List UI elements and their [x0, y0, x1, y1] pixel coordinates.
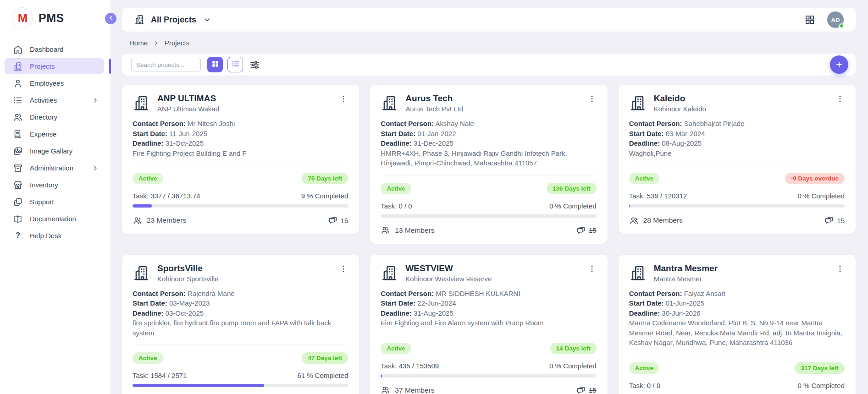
add-project-button[interactable]: + — [830, 55, 848, 74]
project-info: Contact Person: Mr Nitesh Joshi Start Da… — [133, 119, 348, 158]
filter-sliders-icon[interactable] — [249, 59, 260, 71]
building-icon — [381, 264, 398, 282]
contact-person-line: Contact Person: Akshay Nale — [381, 119, 596, 129]
breadcrumb-current: Projects — [165, 39, 189, 47]
project-description: fire sprinkler, fire hydrant,fire pump r… — [133, 318, 348, 338]
sidebar-item-label: Administration — [30, 164, 73, 172]
deadline-line: Deadline: 03-Oct-2025 — [133, 308, 348, 318]
days-left-badge: -9 Days overdue — [785, 173, 845, 184]
building-icon — [629, 94, 647, 112]
breadcrumb-home[interactable]: Home — [129, 39, 148, 47]
chat-count[interactable]: 15 — [824, 215, 845, 225]
project-subtitle: Kohinoor Sportsville — [157, 275, 332, 283]
percent-completed: 0 % Completed — [549, 362, 597, 370]
search-input[interactable] — [131, 58, 201, 71]
percent-completed: 0 % Completed — [797, 382, 845, 389]
sidebar-item-projects[interactable]: Projects — [5, 58, 104, 74]
project-info: Contact Person: Rajendra Mane Start Date… — [133, 289, 348, 338]
project-card[interactable]: ANP ULTIMAS ANP Ultimas Wakad Contact Pe… — [122, 85, 359, 234]
project-card-header: Kaleido Kohinoor Kaleido — [629, 93, 845, 113]
sidebar-item-directory[interactable]: Directory — [5, 109, 104, 125]
chat-bubbles-icon — [824, 215, 834, 225]
home-icon — [13, 44, 23, 55]
project-subtitle: Aurus Tech Pvt Ltd — [405, 105, 580, 113]
start-date-line: Start Date: 03-Mar-2024 — [629, 129, 845, 139]
chat-bubbles-icon — [576, 385, 586, 394]
kebab-menu-icon[interactable] — [587, 94, 597, 104]
task-count: Task: 539 / 120312 — [629, 192, 687, 200]
project-card[interactable]: WESTVIEW Kohinoor Westview Reserve Conta… — [370, 255, 607, 394]
kebab-menu-icon[interactable] — [835, 264, 845, 274]
chat-bubbles-icon — [576, 225, 586, 235]
sidebar-item-label: Support — [30, 198, 54, 206]
apps-grid-icon[interactable] — [804, 14, 815, 25]
sidebar-item-expense[interactable]: Expense — [5, 126, 104, 142]
user-icon — [13, 78, 23, 88]
top-bar-actions: AD — [804, 11, 844, 28]
deadline-line: Deadline: 31-Oct-2025 — [133, 138, 348, 148]
progress-bar — [629, 204, 845, 208]
sidebar-item-image-gallary[interactable]: Image Gallary — [5, 143, 104, 159]
project-description: HMRR+4XH, Phase 3, Hinjawadi Rajiv Gandh… — [381, 148, 596, 168]
kebab-menu-icon[interactable] — [835, 94, 845, 104]
sidebar-menu: Dashboard Projects Employees Activities … — [0, 41, 111, 244]
sidebar-item-label: Directory — [30, 113, 57, 121]
task-count: Task: 435 / 153509 — [381, 362, 439, 370]
kebab-menu-icon[interactable] — [339, 94, 348, 104]
sidebar-item-inventory[interactable]: Inventory — [5, 177, 104, 193]
members-count: 37 Members — [381, 385, 434, 394]
grid-view-button[interactable] — [207, 57, 223, 72]
percent-completed: 0 % Completed — [549, 202, 597, 210]
sidebar: M PMS Dashboard Projects Employees Activ… — [0, 0, 111, 394]
list-icon — [13, 95, 23, 105]
project-filter-dropdown[interactable]: All Projects — [134, 14, 211, 25]
list-view-button[interactable] — [227, 57, 243, 72]
chat-bubbles-icon — [328, 215, 338, 225]
sidebar-item-help-desk[interactable]: ? Help Desk — [5, 228, 104, 244]
sidebar-item-label: Activities — [30, 96, 57, 104]
users-icon — [13, 112, 23, 122]
chat-count[interactable]: 15 — [576, 225, 597, 235]
sidebar-item-activities[interactable]: Activities — [5, 92, 104, 108]
sidebar-item-documentation[interactable]: Documentation — [5, 211, 104, 227]
project-card[interactable]: Aurus Tech Aurus Tech Pvt Ltd Contact Pe… — [370, 85, 607, 244]
sidebar-item-label: Image Gallary — [30, 147, 72, 155]
start-date-line: Start Date: 01-Jan-2022 — [381, 129, 596, 139]
kebab-menu-icon[interactable] — [339, 264, 348, 274]
project-card[interactable]: SportsVille Kohinoor Sportsville Contact… — [122, 255, 359, 394]
project-name: Kaleido — [654, 93, 828, 104]
days-left-badge: 47 Days left — [302, 352, 348, 364]
sidebar-item-employees[interactable]: Employees — [5, 75, 104, 91]
sidebar-item-dashboard[interactable]: Dashboard — [5, 41, 104, 57]
sidebar-collapse-button[interactable] — [105, 13, 116, 24]
contact-person-line: Contact Person: MR SIDDHESH KULKARNI — [381, 289, 596, 299]
kebab-menu-icon[interactable] — [587, 264, 597, 274]
project-card[interactable]: Kaleido Kohinoor Kaleido Contact Person:… — [619, 85, 856, 234]
project-card-header: WESTVIEW Kohinoor Westview Reserve — [381, 263, 596, 283]
sidebar-item-support[interactable]: Support — [5, 194, 104, 210]
contact-person-line: Contact Person: Sahebhajrat Pirjade — [629, 119, 845, 129]
chat-count[interactable]: 15 — [328, 215, 348, 225]
projects-toolbar: + — [122, 54, 856, 76]
project-card[interactable]: Mantra Mesmer Mantra Mesmer Contact Pers… — [619, 255, 856, 394]
project-card-header: Aurus Tech Aurus Tech Pvt Ltd — [381, 93, 596, 113]
status-badge: Active — [629, 362, 660, 374]
sidebar-item-administration[interactable]: Administration — [5, 160, 104, 176]
building-icon — [629, 264, 647, 282]
days-left-badge: 14 Days left — [550, 343, 597, 354]
chat-count[interactable]: 15 — [576, 385, 597, 394]
members-count: 13 Members — [381, 225, 434, 235]
sidebar-item-label: Dashboard — [30, 45, 63, 53]
logo-text: PMS — [39, 11, 64, 25]
avatar[interactable]: AD — [827, 11, 844, 28]
sidebar-item-label: Inventory — [30, 181, 58, 189]
sidebar-item-label: Expense — [30, 130, 56, 138]
breadcrumb: Home Projects — [122, 32, 856, 47]
logo-letter: M — [18, 11, 28, 25]
progress-bar — [381, 214, 596, 218]
progress-bar — [133, 384, 348, 387]
start-date-line: Start Date: 22-Jun-2024 — [381, 298, 596, 308]
project-card-header: SportsVille Kohinoor Sportsville — [133, 263, 348, 283]
project-name: SportsVille — [157, 263, 332, 274]
deadline-line: Deadline: 31-Dec-2025 — [381, 138, 596, 148]
